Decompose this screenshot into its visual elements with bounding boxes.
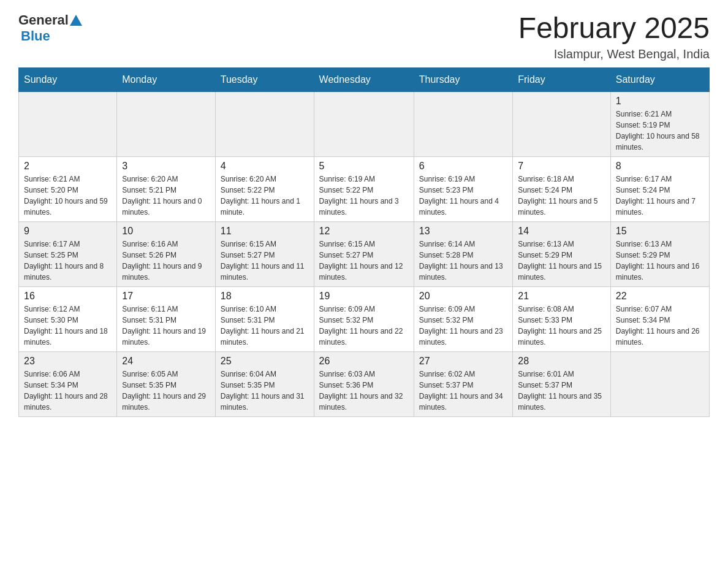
weekday-header-wednesday: Wednesday — [314, 67, 414, 91]
day-info: Sunrise: 6:19 AMSunset: 5:22 PMDaylight:… — [319, 174, 409, 218]
day-number: 20 — [419, 291, 507, 302]
calendar-day-cell: 15Sunrise: 6:13 AMSunset: 5:29 PMDayligh… — [610, 221, 709, 286]
calendar-day-cell: 2Sunrise: 6:21 AMSunset: 5:20 PMDaylight… — [19, 156, 117, 221]
calendar-day-cell: 8Sunrise: 6:17 AMSunset: 5:24 PMDaylight… — [610, 156, 709, 221]
calendar-day-cell: 28Sunrise: 6:01 AMSunset: 5:37 PMDayligh… — [513, 351, 610, 416]
day-info: Sunrise: 6:13 AMSunset: 5:29 PMDaylight:… — [616, 239, 704, 283]
calendar-day-cell: 5Sunrise: 6:19 AMSunset: 5:22 PMDaylight… — [314, 156, 414, 221]
day-info: Sunrise: 6:02 AMSunset: 5:37 PMDaylight:… — [419, 369, 507, 413]
day-number: 27 — [419, 356, 507, 367]
page-header: General Blue February 2025 Islampur, Wes… — [18, 12, 710, 61]
calendar-day-cell: 3Sunrise: 6:20 AMSunset: 5:21 PMDaylight… — [117, 156, 216, 221]
calendar-day-cell: 11Sunrise: 6:15 AMSunset: 5:27 PMDayligh… — [215, 221, 314, 286]
calendar-day-cell — [117, 91, 216, 156]
day-info: Sunrise: 6:17 AMSunset: 5:25 PMDaylight:… — [24, 239, 112, 283]
day-info: Sunrise: 6:11 AMSunset: 5:31 PMDaylight:… — [122, 304, 210, 348]
day-number: 1 — [616, 96, 704, 107]
day-info: Sunrise: 6:04 AMSunset: 5:35 PMDaylight:… — [221, 369, 309, 413]
day-number: 4 — [221, 161, 309, 172]
day-number: 26 — [319, 356, 409, 367]
day-number: 10 — [122, 226, 210, 237]
day-number: 2 — [24, 161, 112, 172]
calendar-week-row: 16Sunrise: 6:12 AMSunset: 5:30 PMDayligh… — [19, 286, 710, 351]
month-title: February 2025 — [518, 12, 710, 45]
weekday-header-friday: Friday — [513, 67, 610, 91]
calendar-day-cell: 21Sunrise: 6:08 AMSunset: 5:33 PMDayligh… — [513, 286, 610, 351]
day-info: Sunrise: 6:09 AMSunset: 5:32 PMDaylight:… — [419, 304, 507, 348]
calendar-day-cell: 9Sunrise: 6:17 AMSunset: 5:25 PMDaylight… — [19, 221, 117, 286]
day-number: 11 — [221, 226, 309, 237]
calendar-week-row: 2Sunrise: 6:21 AMSunset: 5:20 PMDaylight… — [19, 156, 710, 221]
day-info: Sunrise: 6:10 AMSunset: 5:31 PMDaylight:… — [221, 304, 309, 348]
day-info: Sunrise: 6:07 AMSunset: 5:34 PMDaylight:… — [616, 304, 704, 348]
calendar-day-cell: 16Sunrise: 6:12 AMSunset: 5:30 PMDayligh… — [19, 286, 117, 351]
day-info: Sunrise: 6:03 AMSunset: 5:36 PMDaylight:… — [319, 369, 409, 413]
day-info: Sunrise: 6:18 AMSunset: 5:24 PMDaylight:… — [518, 174, 605, 218]
day-info: Sunrise: 6:17 AMSunset: 5:24 PMDaylight:… — [616, 174, 704, 218]
day-number: 3 — [122, 161, 210, 172]
calendar-day-cell: 18Sunrise: 6:10 AMSunset: 5:31 PMDayligh… — [215, 286, 314, 351]
day-number: 19 — [319, 291, 409, 302]
logo-general-text: General — [18, 12, 69, 28]
day-number: 17 — [122, 291, 210, 302]
logo-blue-text: Blue — [21, 28, 82, 44]
calendar-day-cell — [215, 91, 314, 156]
day-number: 25 — [221, 356, 309, 367]
day-info: Sunrise: 6:13 AMSunset: 5:29 PMDaylight:… — [518, 239, 605, 283]
weekday-header-monday: Monday — [117, 67, 216, 91]
logo-triangle-icon — [70, 15, 82, 26]
weekday-header-row: SundayMondayTuesdayWednesdayThursdayFrid… — [19, 67, 710, 91]
calendar-day-cell: 23Sunrise: 6:06 AMSunset: 5:34 PMDayligh… — [19, 351, 117, 416]
calendar-day-cell: 20Sunrise: 6:09 AMSunset: 5:32 PMDayligh… — [414, 286, 512, 351]
day-info: Sunrise: 6:05 AMSunset: 5:35 PMDaylight:… — [122, 369, 210, 413]
calendar-day-cell: 22Sunrise: 6:07 AMSunset: 5:34 PMDayligh… — [610, 286, 709, 351]
calendar-day-cell: 24Sunrise: 6:05 AMSunset: 5:35 PMDayligh… — [117, 351, 216, 416]
calendar-day-cell: 26Sunrise: 6:03 AMSunset: 5:36 PMDayligh… — [314, 351, 414, 416]
day-number: 23 — [24, 356, 112, 367]
day-info: Sunrise: 6:19 AMSunset: 5:23 PMDaylight:… — [419, 174, 507, 218]
day-number: 8 — [616, 161, 704, 172]
day-number: 18 — [221, 291, 309, 302]
day-info: Sunrise: 6:09 AMSunset: 5:32 PMDaylight:… — [319, 304, 409, 348]
calendar-table: SundayMondayTuesdayWednesdayThursdayFrid… — [18, 67, 710, 417]
day-info: Sunrise: 6:20 AMSunset: 5:22 PMDaylight:… — [221, 174, 309, 218]
calendar-day-cell: 19Sunrise: 6:09 AMSunset: 5:32 PMDayligh… — [314, 286, 414, 351]
weekday-header-sunday: Sunday — [19, 67, 117, 91]
day-number: 15 — [616, 226, 704, 237]
calendar-week-row: 9Sunrise: 6:17 AMSunset: 5:25 PMDaylight… — [19, 221, 710, 286]
calendar-day-cell: 14Sunrise: 6:13 AMSunset: 5:29 PMDayligh… — [513, 221, 610, 286]
day-info: Sunrise: 6:01 AMSunset: 5:37 PMDaylight:… — [518, 369, 605, 413]
day-info: Sunrise: 6:14 AMSunset: 5:28 PMDaylight:… — [419, 239, 507, 283]
day-info: Sunrise: 6:21 AMSunset: 5:19 PMDaylight:… — [616, 109, 704, 153]
calendar-day-cell: 17Sunrise: 6:11 AMSunset: 5:31 PMDayligh… — [117, 286, 216, 351]
day-info: Sunrise: 6:20 AMSunset: 5:21 PMDaylight:… — [122, 174, 210, 218]
weekday-header-saturday: Saturday — [610, 67, 709, 91]
day-number: 24 — [122, 356, 210, 367]
day-number: 14 — [518, 226, 605, 237]
day-number: 13 — [419, 226, 507, 237]
calendar-day-cell: 1Sunrise: 6:21 AMSunset: 5:19 PMDaylight… — [610, 91, 709, 156]
day-info: Sunrise: 6:08 AMSunset: 5:33 PMDaylight:… — [518, 304, 605, 348]
day-info: Sunrise: 6:12 AMSunset: 5:30 PMDaylight:… — [24, 304, 112, 348]
day-number: 6 — [419, 161, 507, 172]
day-number: 22 — [616, 291, 704, 302]
calendar-day-cell: 27Sunrise: 6:02 AMSunset: 5:37 PMDayligh… — [414, 351, 512, 416]
calendar-day-cell: 25Sunrise: 6:04 AMSunset: 5:35 PMDayligh… — [215, 351, 314, 416]
day-number: 5 — [319, 161, 409, 172]
day-number: 21 — [518, 291, 605, 302]
title-section: February 2025 Islampur, West Bengal, Ind… — [518, 12, 710, 61]
calendar-week-row: 23Sunrise: 6:06 AMSunset: 5:34 PMDayligh… — [19, 351, 710, 416]
calendar-day-cell — [19, 91, 117, 156]
weekday-header-tuesday: Tuesday — [215, 67, 314, 91]
day-number: 7 — [518, 161, 605, 172]
logo: General Blue — [18, 12, 82, 44]
calendar-day-cell: 4Sunrise: 6:20 AMSunset: 5:22 PMDaylight… — [215, 156, 314, 221]
calendar-day-cell: 10Sunrise: 6:16 AMSunset: 5:26 PMDayligh… — [117, 221, 216, 286]
calendar-day-cell: 13Sunrise: 6:14 AMSunset: 5:28 PMDayligh… — [414, 221, 512, 286]
day-number: 16 — [24, 291, 112, 302]
day-number: 28 — [518, 356, 605, 367]
calendar-week-row: 1Sunrise: 6:21 AMSunset: 5:19 PMDaylight… — [19, 91, 710, 156]
calendar-day-cell — [314, 91, 414, 156]
calendar-day-cell — [414, 91, 512, 156]
location-text: Islampur, West Bengal, India — [518, 47, 710, 61]
